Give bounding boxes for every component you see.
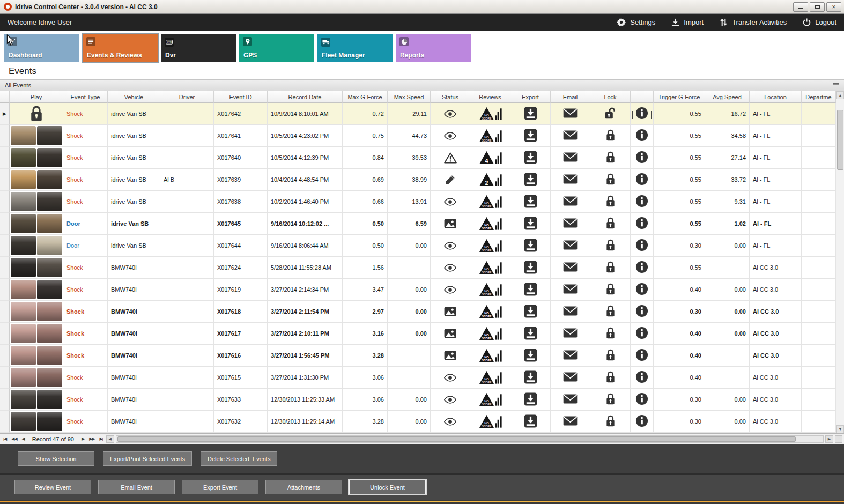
- email-button[interactable]: [551, 323, 590, 345]
- vertical-scrollbar[interactable]: ▲ ▼: [836, 91, 844, 433]
- review-score-button[interactable]: 4: [470, 147, 510, 169]
- review-score-button[interactable]: NOSCORE: [470, 125, 510, 147]
- export-button[interactable]: [510, 301, 551, 323]
- column-header-event-id[interactable]: Event ID: [214, 91, 268, 103]
- info-button[interactable]: [631, 411, 654, 433]
- prev-page-button[interactable]: ◀◀: [10, 436, 18, 442]
- row-selector[interactable]: ▶: [0, 103, 10, 125]
- delete-selected-events-button[interactable]: Delete Selected Events: [201, 451, 277, 466]
- column-header-driver[interactable]: Driver: [160, 91, 214, 103]
- email-button[interactable]: [551, 125, 590, 147]
- column-header-email[interactable]: Email: [551, 91, 590, 103]
- review-score-button[interactable]: NOSCORE: [470, 301, 510, 323]
- tab-reports[interactable]: Reports: [396, 34, 471, 62]
- tab-dashboard[interactable]: Dashboard: [4, 34, 79, 62]
- info-button[interactable]: [631, 125, 654, 147]
- email-button[interactable]: [551, 301, 590, 323]
- next-record-button[interactable]: ▶: [80, 436, 86, 442]
- info-button[interactable]: [631, 169, 654, 191]
- lock-button[interactable]: [590, 345, 631, 367]
- column-header-export[interactable]: Export: [510, 91, 551, 103]
- logout-button[interactable]: Logout: [803, 18, 836, 27]
- info-button[interactable]: [631, 389, 654, 411]
- row-selector[interactable]: [0, 191, 10, 213]
- review-score-button[interactable]: NOSCORE: [470, 235, 510, 257]
- column-header-trigger-g-force[interactable]: Trigger G-Force: [654, 91, 705, 103]
- review-score-button[interactable]: NOSCORE: [470, 279, 510, 301]
- scroll-left-icon[interactable]: ◀: [106, 435, 114, 443]
- lock-button[interactable]: [590, 125, 631, 147]
- event-row[interactable]: ShockBMW740iX01763312/30/2013 11:25:33 A…: [0, 389, 836, 411]
- lock-button[interactable]: [590, 257, 631, 279]
- lock-button[interactable]: [590, 191, 631, 213]
- review-score-button[interactable]: 2: [470, 169, 510, 191]
- row-selector[interactable]: [0, 389, 10, 411]
- event-thumbnail[interactable]: [11, 170, 62, 189]
- event-thumbnail[interactable]: [11, 148, 62, 167]
- event-thumbnail[interactable]: [11, 258, 62, 277]
- play-cell[interactable]: [10, 345, 63, 367]
- first-record-button[interactable]: |◀: [2, 436, 8, 442]
- event-row[interactable]: ▶Shockidrive Van SBX01764210/9/2014 8:10…: [0, 103, 836, 125]
- event-row[interactable]: ShockBMW740iX0176245/28/2014 11:55:28 AM…: [0, 257, 836, 279]
- review-score-button[interactable]: NOSCORE: [470, 389, 510, 411]
- export-button[interactable]: [510, 213, 551, 235]
- play-cell[interactable]: [10, 389, 63, 411]
- export-button[interactable]: [510, 279, 551, 301]
- play-cell[interactable]: [10, 367, 63, 389]
- export-button[interactable]: [510, 235, 551, 257]
- column-header-avg-speed[interactable]: Avg Speed: [705, 91, 750, 103]
- play-cell[interactable]: [10, 279, 63, 301]
- email-button[interactable]: [551, 279, 590, 301]
- event-thumbnail[interactable]: [11, 390, 62, 409]
- event-thumbnail[interactable]: [11, 214, 62, 233]
- column-header-departme[interactable]: Departme: [802, 91, 836, 103]
- export-button[interactable]: [510, 103, 551, 125]
- event-thumbnail[interactable]: [11, 192, 62, 211]
- row-selector[interactable]: [0, 345, 10, 367]
- email-button[interactable]: [551, 103, 590, 125]
- scroll-down-icon[interactable]: ▼: [836, 425, 844, 433]
- review-score-button[interactable]: NOSCORE: [470, 191, 510, 213]
- row-selector[interactable]: [0, 235, 10, 257]
- review-score-button[interactable]: NOSCORE: [470, 213, 510, 235]
- event-row[interactable]: ShockBMW740iX0176163/27/2014 1:56:45 PM3…: [0, 345, 836, 367]
- row-selector[interactable]: [0, 169, 10, 191]
- tab-events-reviews[interactable]: Events & Reviews: [83, 34, 158, 62]
- event-row[interactable]: Shockidrive Van SBAl BX01763910/4/2014 4…: [0, 169, 836, 191]
- play-cell[interactable]: [10, 323, 63, 345]
- event-row[interactable]: Dooridrive Van SBX0176459/16/2014 10:12:…: [0, 213, 836, 235]
- vscroll-thumb[interactable]: [837, 110, 843, 170]
- event-thumbnail[interactable]: [11, 280, 62, 299]
- event-row[interactable]: ShockBMW740iX0176193/27/2014 2:14:34 PM3…: [0, 279, 836, 301]
- export-button[interactable]: [510, 367, 551, 389]
- column-header-status[interactable]: Status: [431, 91, 470, 103]
- column-header-record-date[interactable]: Record Date: [268, 91, 343, 103]
- export-button[interactable]: [510, 411, 551, 433]
- event-thumbnail[interactable]: [11, 236, 62, 255]
- row-selector[interactable]: [0, 147, 10, 169]
- scroll-up-icon[interactable]: ▲: [836, 91, 844, 99]
- event-row[interactable]: ShockBMW740iX0176153/27/2014 1:31:30 PM3…: [0, 367, 836, 389]
- email-button[interactable]: [551, 147, 590, 169]
- email-button[interactable]: [551, 257, 590, 279]
- email-button[interactable]: [551, 213, 590, 235]
- review-score-button[interactable]: NOSCORE: [470, 411, 510, 433]
- event-row[interactable]: ShockBMW740iX01763212/30/2013 11:25:14 A…: [0, 411, 836, 433]
- row-selector[interactable]: [0, 301, 10, 323]
- lock-button[interactable]: [590, 301, 631, 323]
- row-selector[interactable]: [0, 257, 10, 279]
- tab-dvr[interactable]: DVRDvr: [161, 34, 236, 62]
- column-header-reviews[interactable]: Reviews: [470, 91, 510, 103]
- export-button[interactable]: [510, 389, 551, 411]
- info-button[interactable]: [631, 213, 654, 235]
- event-thumbnail[interactable]: [11, 412, 62, 431]
- review-score-button[interactable]: NOSCORE: [470, 345, 510, 367]
- tab-gps[interactable]: GPS: [239, 34, 314, 62]
- info-button[interactable]: [631, 147, 654, 169]
- lock-button[interactable]: [590, 213, 631, 235]
- info-button[interactable]: [631, 191, 654, 213]
- play-cell[interactable]: [10, 257, 63, 279]
- review-score-button[interactable]: NOSCORE: [470, 367, 510, 389]
- unlock-event-button[interactable]: Unlock Event: [349, 480, 426, 494]
